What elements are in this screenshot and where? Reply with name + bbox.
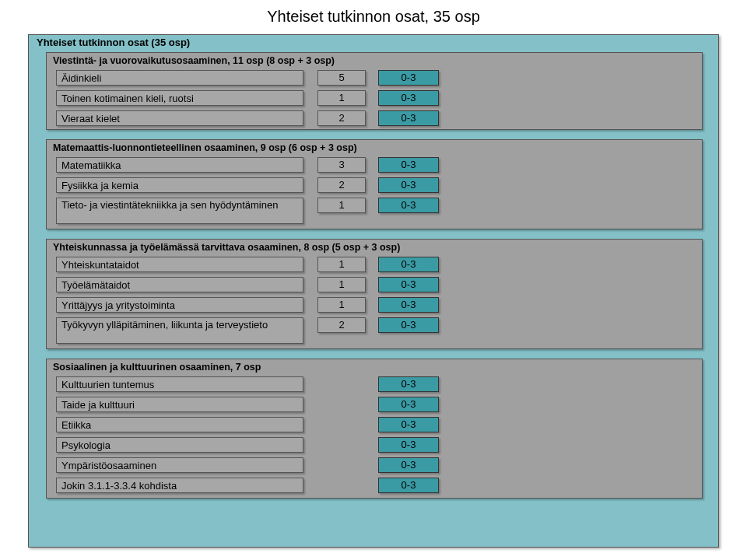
credit-range: 0-3 xyxy=(378,90,439,106)
credit-value: 2 xyxy=(317,110,366,126)
outer-container: Yhteiset tutkinnon osat (35 osp) Viestin… xyxy=(28,34,719,548)
subject-label: Yrittäjyys ja yritystoiminta xyxy=(56,297,303,313)
row: Äidinkieli 5 0-3 xyxy=(56,70,694,86)
credit-range: 0-3 xyxy=(378,317,439,333)
credit-range: 0-3 xyxy=(378,157,439,173)
credit-value: 2 xyxy=(317,177,366,193)
row: Fysiikka ja kemia 2 0-3 xyxy=(56,177,694,193)
subject-label: Vieraat kielet xyxy=(56,110,303,126)
outer-title: Yhteiset tutkinnon osat (35 osp) xyxy=(37,37,190,48)
row: Psykologia 0-3 xyxy=(56,437,694,453)
section-title: Viestintä- ja vuorovaikutusosaaminen, 11… xyxy=(53,55,335,66)
section-yhteiskunta: Yhteiskunnassa ja työelämässä tarvittava… xyxy=(46,239,703,349)
credit-range: 0-3 xyxy=(378,457,439,473)
credit-value: 5 xyxy=(317,70,366,86)
row: Ympäristöosaaminen 0-3 xyxy=(56,457,694,473)
credit-range: 0-3 xyxy=(378,478,439,493)
section-matemaattis: Matemaattis-luonnontieteellinen osaamine… xyxy=(46,139,703,229)
credit-value: 3 xyxy=(317,157,366,173)
row: Etiikka 0-3 xyxy=(56,417,694,432)
section-sosiaalinen: Sosiaalinen ja kulttuurinen osaaminen, 7… xyxy=(46,359,703,499)
credit-range: 0-3 xyxy=(378,277,439,292)
credit-value: 1 xyxy=(317,198,366,213)
credit-value: 1 xyxy=(317,257,366,272)
credit-range: 0-3 xyxy=(378,376,439,392)
row: Taide ja kulttuuri 0-3 xyxy=(56,397,694,412)
row: Yrittäjyys ja yritystoiminta 1 0-3 xyxy=(56,297,694,313)
subject-label: Jokin 3.1.1-3.3.4 kohdista xyxy=(56,478,303,493)
subject-label: Toinen kotimainen kieli, ruotsi xyxy=(56,90,303,106)
subject-label: Ympäristöosaaminen xyxy=(56,457,303,473)
row: Vieraat kielet 2 0-3 xyxy=(56,110,694,126)
section-title: Matemaattis-luonnontieteellinen osaamine… xyxy=(53,142,357,153)
credit-range: 0-3 xyxy=(378,417,439,432)
row: Työelämätaidot 1 0-3 xyxy=(56,277,694,292)
row: Työkyvyn ylläpitäminen, liikunta ja terv… xyxy=(56,317,694,344)
row: Matematiikka 3 0-3 xyxy=(56,157,694,173)
page-title: Yhteiset tutkinnon osat, 35 osp xyxy=(0,0,747,32)
section-title: Yhteiskunnassa ja työelämässä tarvittava… xyxy=(53,242,400,253)
row: Tieto- ja viestintätekniikka ja sen hyöd… xyxy=(56,198,694,224)
subject-label: Psykologia xyxy=(56,437,303,453)
subject-label: Fysiikka ja kemia xyxy=(56,177,303,193)
credit-range: 0-3 xyxy=(378,297,439,313)
credit-range: 0-3 xyxy=(378,257,439,272)
credit-range: 0-3 xyxy=(378,177,439,193)
row: Kulttuurien tuntemus 0-3 xyxy=(56,376,694,392)
credit-range: 0-3 xyxy=(378,198,439,213)
credit-range: 0-3 xyxy=(378,397,439,412)
credit-value: 1 xyxy=(317,277,366,292)
subject-label: Matematiikka xyxy=(56,157,303,173)
subject-label: Tieto- ja viestintätekniikka ja sen hyöd… xyxy=(56,198,303,224)
credit-range: 0-3 xyxy=(378,110,439,126)
subject-label: Työelämätaidot xyxy=(56,277,303,292)
row: Toinen kotimainen kieli, ruotsi 1 0-3 xyxy=(56,90,694,106)
row: Yhteiskuntataidot 1 0-3 xyxy=(56,257,694,272)
credit-value: 2 xyxy=(317,317,366,333)
section-viestinta: Viestintä- ja vuorovaikutusosaaminen, 11… xyxy=(46,52,703,130)
subject-label: Yhteiskuntataidot xyxy=(56,257,303,272)
credit-range: 0-3 xyxy=(378,437,439,453)
credit-value: 1 xyxy=(317,297,366,313)
subject-label: Etiikka xyxy=(56,417,303,432)
subject-label: Kulttuurien tuntemus xyxy=(56,376,303,392)
subject-label: Taide ja kulttuuri xyxy=(56,397,303,412)
subject-label: Äidinkieli xyxy=(56,70,303,86)
credit-range: 0-3 xyxy=(378,70,439,86)
row: Jokin 3.1.1-3.3.4 kohdista 0-3 xyxy=(56,478,694,493)
section-title: Sosiaalinen ja kulttuurinen osaaminen, 7… xyxy=(53,362,261,373)
subject-label: Työkyvyn ylläpitäminen, liikunta ja terv… xyxy=(56,317,303,344)
credit-value: 1 xyxy=(317,90,366,106)
